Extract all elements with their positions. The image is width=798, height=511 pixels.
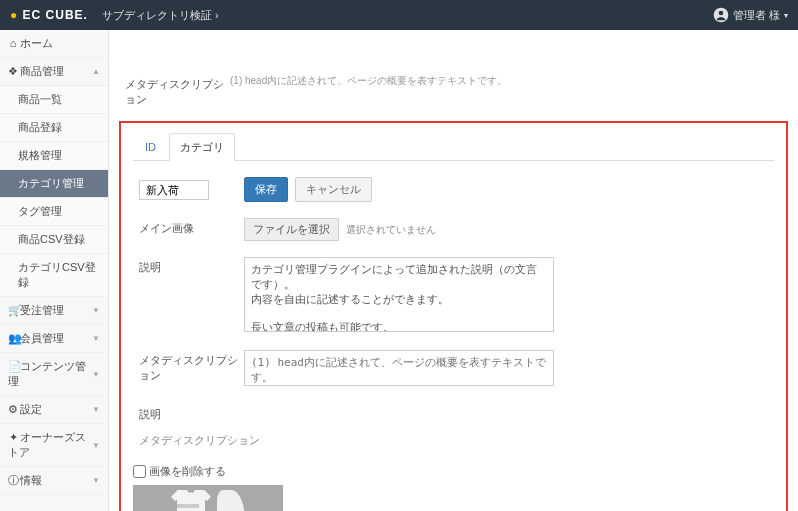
meta-desc-textarea[interactable] — [244, 350, 554, 386]
sidebar-item-category[interactable]: カテゴリ管理 — [0, 170, 108, 198]
sidebar-item-product-new[interactable]: 商品登録 — [0, 114, 108, 142]
svg-point-1 — [719, 11, 724, 16]
sidebar-item-info[interactable]: ⓘ情報▼ — [0, 467, 108, 495]
tab-category[interactable]: カテゴリ — [169, 133, 235, 161]
sidebar-item-class[interactable]: 規格管理 — [0, 142, 108, 170]
sidebar-item-csv-product[interactable]: 商品CSV登録 — [0, 226, 108, 254]
description-label: 説明 — [139, 257, 244, 334]
cart-icon: 🛒 — [8, 304, 18, 317]
cube-icon: ❖ — [8, 65, 18, 78]
main-image-label: メイン画像 — [139, 218, 244, 241]
sidebar-item-home[interactable]: ⌂ホーム — [0, 30, 108, 58]
sidebar-item-order[interactable]: 🛒受注管理▼ — [0, 297, 108, 325]
chevron-down-icon: ▼ — [92, 306, 100, 315]
sidebar-item-content[interactable]: 📄コンテンツ管理▼ — [0, 353, 108, 396]
category-thumbnail — [133, 485, 283, 511]
meta-desc-hint-upper: (1) head内に記述されて、ページの概要を表すテキストです。 — [230, 74, 782, 107]
image-delete-checkbox[interactable] — [133, 465, 146, 478]
chevron-down-icon: ▼ — [92, 334, 100, 343]
app-logo: ● EC CUBE. — [10, 8, 88, 22]
image-delete-label: 画像を削除する — [149, 464, 226, 479]
highlight-box: ID カテゴリ 保存 キャンセル メイン画像 ファイルを選択 選択されていません — [119, 121, 788, 511]
sidebar-item-member[interactable]: 👥会員管理▼ — [0, 325, 108, 353]
chevron-up-icon: ▲ — [92, 67, 100, 76]
file-select-button[interactable]: ファイルを選択 — [244, 218, 339, 241]
sidebar-item-owners[interactable]: ✦オーナーズストア▼ — [0, 424, 108, 467]
meta-desc-label-upper: メタディスクリプション — [125, 74, 230, 107]
chevron-down-icon: ▼ — [92, 441, 100, 450]
home-icon: ⌂ — [8, 37, 18, 49]
meta-desc-label: メタディスクリプション — [139, 350, 244, 388]
chevron-down-icon: ▼ — [92, 476, 100, 485]
description-textarea[interactable] — [244, 257, 554, 332]
sidebar-item-product[interactable]: ❖商品管理▲ — [0, 58, 108, 86]
gear-icon: ⚙ — [8, 403, 18, 416]
user-icon — [713, 7, 729, 23]
tshirt-front-icon — [171, 490, 211, 512]
users-icon: 👥 — [8, 332, 18, 345]
sidebar-item-csv-category[interactable]: カテゴリCSV登録 — [0, 254, 108, 297]
save-button[interactable]: 保存 — [244, 177, 288, 202]
sidebar: ⌂ホーム ❖商品管理▲ 商品一覧 商品登録 規格管理 カテゴリ管理 タグ管理 商… — [0, 30, 109, 511]
meta-sub-label: メタディスクリプション — [139, 430, 260, 448]
breadcrumb[interactable]: サブディレクトリ検証 — [102, 8, 219, 23]
chevron-down-icon: ▼ — [92, 370, 100, 379]
user-menu[interactable]: 管理者 様 — [713, 7, 788, 23]
note-label-2: 説明 — [139, 404, 244, 422]
file-icon: 📄 — [8, 360, 18, 373]
star-icon: ✦ — [8, 431, 18, 444]
logo-cube-icon: ● — [10, 8, 18, 22]
sidebar-item-setting[interactable]: ⚙設定▼ — [0, 396, 108, 424]
sidebar-item-product-list[interactable]: 商品一覧 — [0, 86, 108, 114]
sidebar-item-tag[interactable]: タグ管理 — [0, 198, 108, 226]
info-icon: ⓘ — [8, 473, 18, 488]
tab-id[interactable]: ID — [135, 135, 166, 158]
file-status: 選択されていません — [346, 224, 436, 235]
tshirt-side-icon — [217, 490, 245, 512]
cancel-button[interactable]: キャンセル — [295, 177, 372, 202]
category-name-input[interactable] — [139, 180, 209, 200]
chevron-down-icon: ▼ — [92, 405, 100, 414]
